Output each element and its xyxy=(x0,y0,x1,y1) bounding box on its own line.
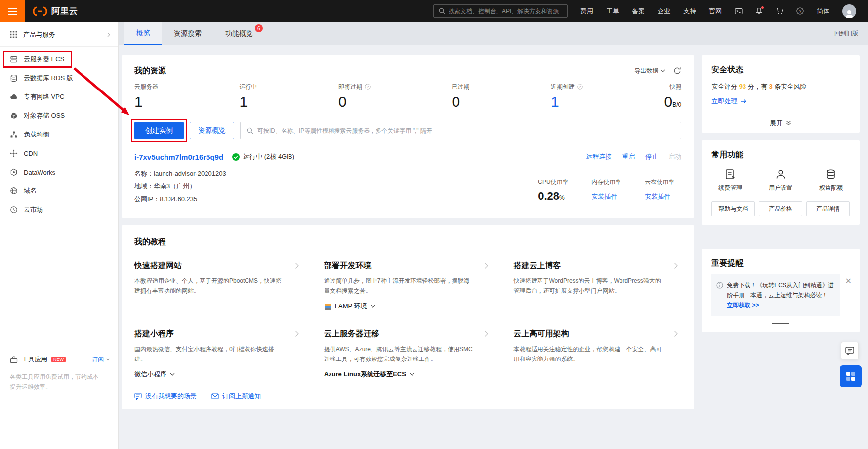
sidebar-item-rds[interactable]: 云数据库 RDS 版 xyxy=(0,69,118,88)
tutorial-mini-program[interactable]: 搭建小程序 国内最热微信、支付宝小程序教程，0门槛教你快速搭建。 微信小程序 xyxy=(134,328,302,379)
avatar[interactable] xyxy=(842,4,856,18)
dataworks-icon xyxy=(10,168,18,176)
sidebar-item-products[interactable]: 产品与服务 xyxy=(0,22,118,47)
resource-overview-button[interactable]: 资源概览 xyxy=(190,122,234,139)
help-icon[interactable]: ? xyxy=(365,84,371,90)
subscribe-link[interactable]: 订阅 xyxy=(92,356,110,364)
nav-icp[interactable]: 备案 xyxy=(632,7,645,16)
notice-banner[interactable]: 免费下载！《玩转ECS从入门到精通》进阶手册一本通，云上运维与架构必读！ 立即获… xyxy=(711,274,840,316)
renewal-management[interactable]: 续费管理 xyxy=(718,168,742,192)
tutorial-dev-env[interactable]: 部署开发环境 通过简单几步，图中7种主流开发环境轻松部署，摆脱海量文档搜索之苦。… xyxy=(324,260,492,311)
security-title: 安全状态 xyxy=(711,65,743,74)
subscribe-updates-link[interactable]: 订阅上新通知 xyxy=(211,392,261,401)
grid-icon xyxy=(10,31,17,38)
feedback-icon xyxy=(134,393,142,400)
no-scenario-link[interactable]: 没有我想要的场景 xyxy=(134,392,197,401)
nav-enterprise[interactable]: 企业 xyxy=(658,7,670,16)
nav-support[interactable]: 支持 xyxy=(683,7,696,16)
hamburger-menu-icon[interactable] xyxy=(0,0,25,22)
remote-connect-link[interactable]: 远程连接 xyxy=(586,152,612,161)
refresh-icon xyxy=(673,67,681,75)
tutorial-ha-architecture[interactable]: 云上高可用架构 本教程适用关注稳定性的企业，帮您构建一个安全、高可用和容灾能力强… xyxy=(513,328,681,379)
mini-apps-float-button[interactable] xyxy=(840,365,862,387)
feedback-float-button[interactable] xyxy=(841,342,859,359)
product-details-button[interactable]: 产品详情 xyxy=(806,201,850,216)
lamp-env-dropdown[interactable]: LAMP 环境 xyxy=(324,302,475,311)
refresh-button[interactable] xyxy=(673,67,681,75)
sidebar-item-cdn[interactable]: CDN xyxy=(0,144,118,163)
sidebar-item-ecs[interactable]: 云服务器 ECS xyxy=(0,50,118,69)
nav-website[interactable]: 官网 xyxy=(709,7,722,16)
language-switch[interactable]: 简体 xyxy=(817,7,829,16)
handle-now-link[interactable]: 立即处理 xyxy=(711,97,850,106)
lamp-icon xyxy=(324,303,331,310)
sidebar-item-oss[interactable]: 对象存储 OSS xyxy=(0,106,118,125)
nav-tickets[interactable]: 工单 xyxy=(606,7,619,16)
azure-migration-dropdown[interactable]: Azure Linux系统迁移至ECS xyxy=(324,370,475,379)
sidebar-item-domain[interactable]: 域名 xyxy=(0,181,118,200)
topbar-search[interactable] xyxy=(433,4,568,18)
get-now-link[interactable]: 立即获取 >> xyxy=(727,302,759,309)
stat-running: 运行中 1 xyxy=(240,83,257,114)
topbar-search-input[interactable] xyxy=(449,8,562,15)
svg-text:?: ? xyxy=(367,85,369,89)
tutorials-title: 我的教程 xyxy=(134,237,166,246)
tab-feature-overview[interactable]: 功能概览 6 xyxy=(213,22,265,45)
resource-search-input[interactable] xyxy=(257,127,675,134)
search-icon xyxy=(439,8,445,14)
caret-down-icon xyxy=(371,305,375,308)
sidebar-item-label: 域名 xyxy=(24,186,37,195)
stat-snapshot: 快照 0B/0 xyxy=(664,83,682,114)
sidebar-item-slb[interactable]: 负载均衡 xyxy=(0,125,118,144)
important-notice-card: 重要提醒 免费下载！《玩转ECS从入门到精通》进阶手册一本通，云上运维与架构必读… xyxy=(702,249,860,332)
help-docs-button[interactable]: 帮助与文档 xyxy=(711,201,755,216)
help-icon[interactable]: ? xyxy=(796,7,804,15)
close-icon[interactable]: ✕ xyxy=(845,277,852,285)
tab-resource-search[interactable]: 资源搜索 xyxy=(162,22,213,45)
user-settings[interactable]: 用户设置 xyxy=(769,168,792,192)
back-to-old-link[interactable]: 回到旧版 xyxy=(834,29,858,38)
security-score: 93 xyxy=(739,83,746,90)
export-data-button[interactable]: 导出数据 xyxy=(634,67,665,75)
console-icon[interactable] xyxy=(735,8,743,15)
help-icon[interactable]: ? xyxy=(577,84,583,90)
arrow-right-icon xyxy=(740,99,747,104)
stop-link[interactable]: 停止 xyxy=(645,152,658,161)
tab-overview[interactable]: 概览 xyxy=(124,22,162,45)
resource-stats: 云服务器 1 运行中 1 即将过期 ? 0 xyxy=(134,83,681,114)
install-plugin-link[interactable]: 安装插件 xyxy=(591,192,628,201)
tutorial-migration[interactable]: 云上服务器迁移 提供AWS、Azure、腾讯云等主流云迁移教程，使用SMC迁移工… xyxy=(324,328,492,379)
resource-search-box[interactable] xyxy=(240,122,681,139)
notification-dot xyxy=(761,6,764,9)
restart-link[interactable]: 重启 xyxy=(622,152,635,161)
create-instance-button[interactable]: 创建实例 xyxy=(134,122,184,139)
tools-label: 工具应用 xyxy=(22,355,47,364)
wechat-mini-dropdown[interactable]: 微信小程序 xyxy=(134,370,286,379)
bell-icon[interactable] xyxy=(755,7,763,15)
database-icon xyxy=(10,74,18,82)
feature-badge: 6 xyxy=(255,24,263,32)
common-title: 常用功能 xyxy=(711,150,743,159)
aliyun-console: 阿里云 费用 工单 备案 企业 支持 官网 xyxy=(0,0,868,449)
aliyun-logo-icon xyxy=(33,6,47,16)
stat-expired: 已过期 0 xyxy=(452,83,470,114)
instance-id-link[interactable]: i-7xv5uchm7lm0r16r5q9d xyxy=(134,153,223,161)
tutorial-blog[interactable]: 搭建云上博客 快速搭建基于WordPress的云上博客，WordPress强大的… xyxy=(513,260,681,311)
tutorial-build-website[interactable]: 快速搭建网站 本教程适用企业、个人，基于开源的PbootCMS，快速搭建拥有丰富… xyxy=(134,260,302,311)
sidebar-item-vpc[interactable]: 专有网络 VPC xyxy=(0,88,118,106)
sidebar-item-market[interactable]: 云市场 xyxy=(0,200,118,219)
chevron-right-icon xyxy=(674,262,678,269)
nav-billing[interactable]: 费用 xyxy=(580,7,593,16)
notice-text: 免费下载！《玩转ECS从入门到精通》进阶手册一本通，云上运维与架构必读！ xyxy=(727,282,834,299)
expand-button[interactable]: 展开 xyxy=(702,113,860,133)
tools-description: 各类工具应用免费试用，节约成本提升运维效率。 xyxy=(10,372,110,392)
mail-icon xyxy=(211,393,219,399)
carousel-indicator[interactable] xyxy=(772,323,789,324)
quota-management[interactable]: 权益配额 xyxy=(819,168,843,192)
storage-icon xyxy=(10,112,18,120)
cart-icon[interactable] xyxy=(776,7,784,15)
install-plugin-link[interactable]: 安装插件 xyxy=(645,192,681,201)
aliyun-logo[interactable]: 阿里云 xyxy=(33,5,78,17)
sidebar-item-dataworks[interactable]: DataWorks xyxy=(0,163,118,181)
product-pricing-button[interactable]: 产品价格 xyxy=(759,201,802,216)
